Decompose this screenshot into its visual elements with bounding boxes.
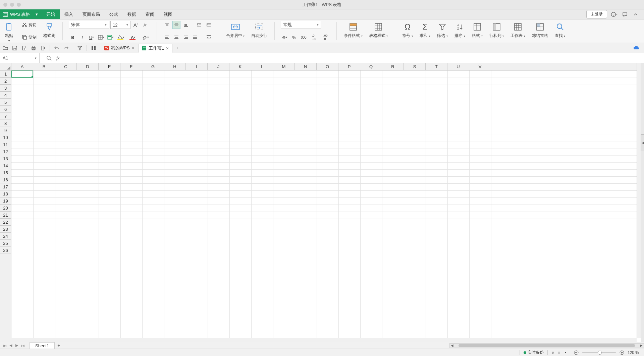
- wps-app-icon: W: [104, 46, 109, 50]
- format-icon: [473, 23, 482, 31]
- search-icon: [556, 23, 565, 31]
- decrease-decimal-button[interactable]: .00.0: [320, 33, 330, 41]
- zoom-formula-icon[interactable]: [46, 55, 52, 61]
- font-size-select[interactable]: 12▾: [110, 21, 130, 29]
- font-family-select[interactable]: 宋体▾: [69, 21, 109, 29]
- print-preview-button[interactable]: [21, 45, 28, 51]
- spreadsheet-file-icon: [142, 46, 147, 51]
- sum-button[interactable]: Σ求和 ▾: [419, 21, 431, 41]
- login-button[interactable]: 未登录: [586, 10, 607, 18]
- align-middle-button[interactable]: [172, 21, 180, 29]
- align-bottom-button[interactable]: [182, 21, 190, 29]
- chevron-up-icon: [634, 12, 638, 16]
- new-tab-button[interactable]: +: [172, 43, 182, 53]
- svg-rect-9: [47, 24, 52, 26]
- filter-quick-button[interactable]: [76, 45, 83, 51]
- menu-审阅[interactable]: 审阅: [141, 9, 159, 19]
- currency-icon: ⊕: [282, 35, 286, 40]
- name-box[interactable]: A1▾: [0, 53, 40, 63]
- wrap-text-button[interactable]: 自动换行: [250, 21, 268, 41]
- borders-button[interactable]: ▾: [97, 33, 105, 41]
- help-button[interactable]: ? ▾: [610, 11, 618, 18]
- formula-input[interactable]: [66, 53, 644, 63]
- menu-数据[interactable]: 数据: [123, 9, 141, 19]
- font-color-button[interactable]: A▾: [128, 33, 139, 41]
- justify-button[interactable]: [191, 33, 199, 41]
- svg-rect-8: [23, 36, 26, 39]
- paste-button[interactable]: 粘贴▾: [3, 21, 15, 43]
- italic-button[interactable]: I: [78, 33, 86, 41]
- minimize-window[interactable]: [10, 3, 14, 7]
- align-left-button[interactable]: [163, 33, 171, 41]
- export-button[interactable]: [40, 45, 46, 51]
- cell-style-button[interactable]: ▾: [106, 33, 114, 41]
- feedback-button[interactable]: [621, 11, 629, 18]
- merge-center-button[interactable]: 合并居中 ▾: [225, 21, 246, 41]
- apps-button[interactable]: [90, 45, 97, 51]
- print-button[interactable]: [30, 45, 37, 51]
- bold-button[interactable]: B: [69, 33, 77, 41]
- app-menu-dropdown-icon: ▾: [34, 12, 39, 17]
- table-style-button[interactable]: 表格样式 ▾: [368, 21, 389, 41]
- close-window[interactable]: [3, 3, 7, 7]
- align-right-icon: [183, 35, 188, 40]
- increase-font-button[interactable]: A+: [132, 21, 140, 29]
- formula-bar: A1▾ fx: [0, 53, 644, 63]
- menu-插入[interactable]: 插入: [60, 9, 78, 19]
- redo-button[interactable]: [63, 45, 69, 51]
- format-painter-button[interactable]: 格式刷: [42, 21, 56, 39]
- doctab-workbook1[interactable]: 工作薄1 ×: [138, 44, 172, 53]
- clear-format-button[interactable]: ▾: [140, 33, 151, 41]
- svg-rect-0: [3, 12, 8, 16]
- svg-point-40: [47, 56, 50, 59]
- save-icon: [12, 45, 17, 51]
- collapse-ribbon-button[interactable]: [632, 11, 639, 18]
- menu-公式[interactable]: 公式: [105, 9, 123, 19]
- align-top-button[interactable]: [163, 21, 171, 29]
- svg-rect-4: [8, 23, 10, 24]
- fx-icon[interactable]: fx: [56, 55, 59, 61]
- cut-button[interactable]: 剪切: [20, 21, 38, 29]
- align-right-button[interactable]: [182, 33, 190, 41]
- print-icon: [31, 45, 36, 51]
- conditional-format-button[interactable]: 条件格式 ▾: [343, 21, 363, 41]
- menu-开始[interactable]: 开始: [42, 9, 60, 19]
- underline-button[interactable]: U▾: [88, 33, 96, 41]
- fill-color-button[interactable]: ▾: [116, 33, 126, 41]
- save-button[interactable]: [11, 45, 18, 51]
- filter-button[interactable]: 筛选 ▾: [436, 21, 449, 41]
- number-format-select[interactable]: 常规▾: [281, 21, 321, 29]
- funnel-icon: [77, 46, 82, 50]
- distribute-button[interactable]: [205, 33, 213, 41]
- copy-button[interactable]: 复制: [20, 33, 38, 41]
- redo-icon: [63, 45, 69, 51]
- find-button[interactable]: 查找 ▾: [554, 21, 567, 41]
- svg-text:A: A: [457, 24, 459, 27]
- freeze-button[interactable]: 冻结窗格: [531, 21, 549, 41]
- percent-button[interactable]: %: [290, 33, 298, 41]
- increase-indent-button[interactable]: [205, 21, 213, 29]
- maximize-window[interactable]: [17, 3, 21, 7]
- doctab-mywps[interactable]: W 我的WPS ×: [101, 43, 138, 53]
- sort-button[interactable]: AZ排序 ▾: [453, 21, 466, 41]
- decrease-indent-button[interactable]: [195, 21, 203, 29]
- rowcol-button[interactable]: 行和列 ▾: [488, 21, 505, 41]
- app-badge[interactable]: WPS 表格 ▾: [0, 9, 42, 19]
- currency-button[interactable]: ⊕▾: [281, 33, 289, 41]
- close-tab-icon[interactable]: ×: [166, 46, 169, 51]
- menu-视图[interactable]: 视图: [159, 9, 177, 19]
- cloud-icon: [633, 45, 639, 51]
- close-tab-icon[interactable]: ×: [132, 45, 135, 51]
- undo-button[interactable]: [53, 45, 60, 51]
- format-button[interactable]: 格式 ▾: [471, 21, 484, 41]
- decrease-font-button[interactable]: A-: [141, 21, 149, 29]
- symbol-button[interactable]: Ω符号 ▾: [401, 21, 414, 41]
- menu-页面布局[interactable]: 页面布局: [78, 9, 105, 19]
- comma-button[interactable]: 000: [300, 33, 308, 41]
- worksheet-button[interactable]: 工作表 ▾: [509, 21, 526, 41]
- increase-decimal-button[interactable]: .0.00: [309, 33, 319, 41]
- indent-increase-icon: [206, 23, 211, 27]
- align-center-button[interactable]: [172, 33, 180, 41]
- cloud-sync-button[interactable]: [633, 45, 642, 51]
- open-button[interactable]: [2, 45, 9, 51]
